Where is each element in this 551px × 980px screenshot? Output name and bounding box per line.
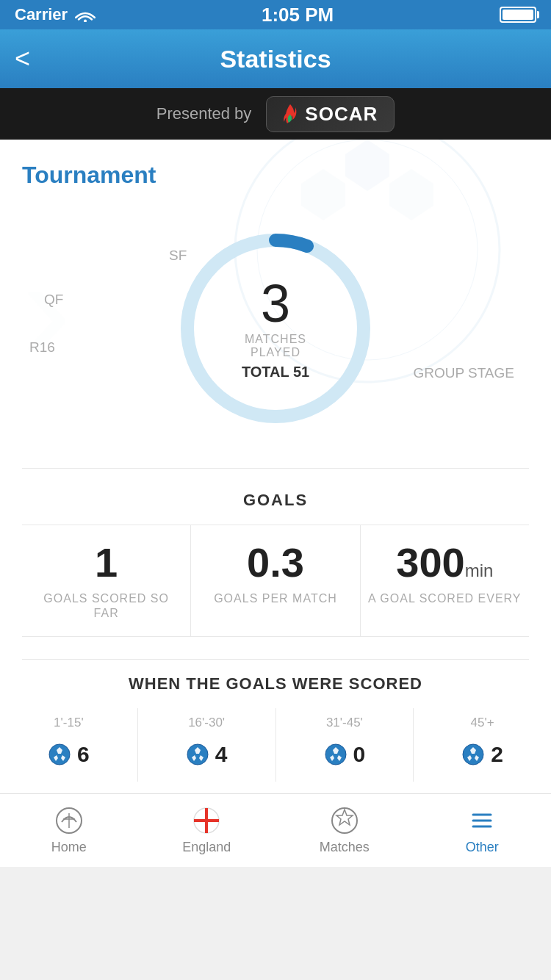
carrier-label: Carrier <box>15 5 96 24</box>
tournament-section: Tournament QF R16 SF F GROUP STAGE <box>0 140 551 468</box>
tab-other-label: Other <box>466 840 499 855</box>
england-icon <box>192 806 221 835</box>
status-bar: Carrier 1:05 PM <box>0 0 551 29</box>
tab-england-label: England <box>182 840 231 855</box>
time-count-2: 0 <box>353 742 366 767</box>
matches-icon <box>330 806 359 835</box>
goals-section: GOALS 1 GOALS SCORED SO FAR 0.3 GOALS PE… <box>0 469 551 659</box>
goals-every-cell: 300min A GOAL SCORED EVERY <box>361 525 529 636</box>
tab-matches-label: Matches <box>320 840 370 855</box>
matches-total: TOTAL 51 <box>220 364 331 381</box>
home-icon <box>54 806 84 835</box>
goals-scored-label: GOALS SCORED SO FAR <box>29 591 183 622</box>
when-goals-title: WHEN THE GOALS WERE SCORED <box>0 674 551 693</box>
socar-brand-name: SOCAR <box>305 103 378 126</box>
goals-grid: 1 GOALS SCORED SO FAR 0.3 GOALS PER MATC… <box>22 525 529 637</box>
tab-matches[interactable]: Matches <box>276 806 414 855</box>
soccer-ball-icon-3 <box>461 743 485 766</box>
soccer-ball-icon-2 <box>324 743 347 766</box>
donut-chart: 3 MATCHES PLAYED TOTAL 51 <box>165 218 386 439</box>
tab-home-label: Home <box>51 840 87 855</box>
time-count-3: 2 <box>491 742 503 767</box>
goals-per-match-label: GOALS PER MATCH <box>198 591 352 607</box>
battery-indicator <box>500 7 536 23</box>
tab-home[interactable]: Home <box>0 806 138 855</box>
time-cell-1: 16'-30' 4 <box>138 708 276 782</box>
time-label-0: 1'-15' <box>4 716 134 730</box>
time-cell-3: 45'+ 2 <box>414 708 551 782</box>
when-goals-section: WHEN THE GOALS WERE SCORED 1'-15' 6 16'-… <box>0 660 551 782</box>
time-label-2: 31'-45' <box>280 716 410 730</box>
chart-wrapper: QF R16 SF F GROUP STAGE 3 <box>22 203 529 453</box>
status-time: 1:05 PM <box>262 4 334 26</box>
goals-every-label: A GOAL SCORED EVERY <box>368 591 522 607</box>
goals-scored-cell: 1 GOALS SCORED SO FAR <box>22 525 191 636</box>
goals-every-value: 300min <box>368 540 522 586</box>
time-count-0: 6 <box>77 742 90 767</box>
stage-r16-label: R16 <box>29 339 55 356</box>
goals-scored-value: 1 <box>29 540 183 586</box>
tab-other[interactable]: Other <box>414 806 552 855</box>
soccer-ball-icon-1 <box>186 743 209 766</box>
time-grid: 1'-15' 6 16'-30' <box>0 708 551 782</box>
page-title: Statistics <box>220 45 331 73</box>
tournament-title: Tournament <box>22 162 529 189</box>
presented-by-label: Presented by <box>156 104 252 123</box>
time-cell-0: 1'-15' 6 <box>0 708 138 782</box>
nav-bar: < Statistics <box>0 29 551 88</box>
stage-qf-label: QF <box>44 292 63 308</box>
goals-per-match-cell: 0.3 GOALS PER MATCH <box>191 525 360 636</box>
matches-played-label: MATCHES PLAYED <box>220 333 331 359</box>
back-button[interactable]: < <box>15 43 30 74</box>
sponsor-bar: Presented by SOCAR <box>0 88 551 140</box>
soccer-ball-icon-0 <box>48 743 71 766</box>
other-icon <box>467 806 497 835</box>
time-label-1: 16'-30' <box>142 716 272 730</box>
stage-group-label: GROUP STAGE <box>413 365 514 381</box>
time-cell-2: 31'-45' 0 <box>276 708 414 782</box>
goals-section-title: GOALS <box>22 491 529 510</box>
tab-england[interactable]: England <box>138 806 276 855</box>
socar-logo: SOCAR <box>266 96 395 132</box>
matches-played-number: 3 <box>220 277 331 330</box>
socar-flame-icon <box>283 103 298 125</box>
tab-bar: Home England Matches Other <box>0 793 551 867</box>
goals-per-match-value: 0.3 <box>198 540 352 586</box>
time-count-1: 4 <box>215 742 228 767</box>
main-content: › Tournament QF R16 SF F GROUP STAGE <box>0 140 551 867</box>
svg-point-31 <box>332 808 357 833</box>
svg-marker-32 <box>336 810 353 825</box>
time-label-3: 45'+ <box>417 716 547 730</box>
svg-point-0 <box>84 20 87 23</box>
